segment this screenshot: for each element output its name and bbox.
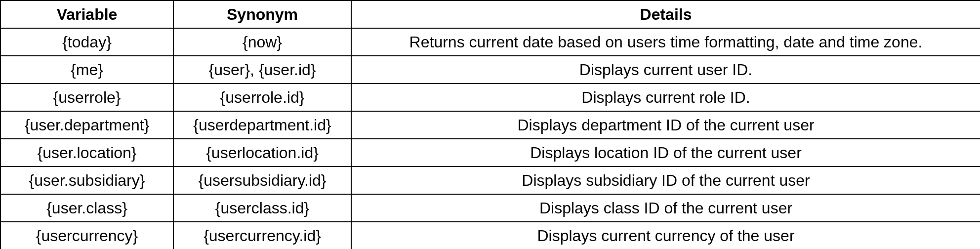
cell-synonym: {now}: [173, 28, 351, 56]
cell-details: Displays location ID of the current user: [351, 139, 980, 166]
cell-details: Displays department ID of the current us…: [351, 111, 980, 139]
table-row: {user.class} {userclass.id} Displays cla…: [0, 194, 980, 222]
cell-variable: {user.class}: [0, 194, 173, 222]
table-row: {userrole} {userrole.id} Displays curren…: [0, 83, 980, 111]
cell-variable: {usercurrency}: [0, 222, 173, 249]
cell-variable: {userrole}: [0, 83, 173, 111]
cell-details: Displays current role ID.: [351, 83, 980, 111]
header-variable: Variable: [0, 0, 173, 28]
variables-table: Variable Synonym Details {today} {now} R…: [0, 0, 980, 249]
table-row: {usercurrency} {usercurrency.id} Display…: [0, 222, 980, 249]
cell-variable: {user.subsidiary}: [0, 166, 173, 194]
cell-details: Returns current date based on users time…: [351, 28, 980, 56]
cell-details: Displays current currency of the user: [351, 222, 980, 249]
cell-details: Displays subsidiary ID of the current us…: [351, 166, 980, 194]
cell-synonym: {userdepartment.id}: [173, 111, 351, 139]
cell-synonym: {userlocation.id}: [173, 139, 351, 166]
table-row: {me} {user}, {user.id} Displays current …: [0, 56, 980, 83]
table-row: {user.location} {userlocation.id} Displa…: [0, 139, 980, 166]
cell-synonym: {user}, {user.id}: [173, 56, 351, 83]
header-details: Details: [351, 0, 980, 28]
cell-synonym: {usersubsidiary.id}: [173, 166, 351, 194]
cell-synonym: {userclass.id}: [173, 194, 351, 222]
cell-synonym: {userrole.id}: [173, 83, 351, 111]
cell-variable: {today}: [0, 28, 173, 56]
cell-variable: {user.location}: [0, 139, 173, 166]
cell-details: Displays current user ID.: [351, 56, 980, 83]
table-row: {today} {now} Returns current date based…: [0, 28, 980, 56]
table-row: {user.department} {userdepartment.id} Di…: [0, 111, 980, 139]
cell-variable: {user.department}: [0, 111, 173, 139]
cell-variable: {me}: [0, 56, 173, 83]
table-header-row: Variable Synonym Details: [0, 0, 980, 28]
table-row: {user.subsidiary} {usersubsidiary.id} Di…: [0, 166, 980, 194]
cell-synonym: {usercurrency.id}: [173, 222, 351, 249]
cell-details: Displays class ID of the current user: [351, 194, 980, 222]
header-synonym: Synonym: [173, 0, 351, 28]
